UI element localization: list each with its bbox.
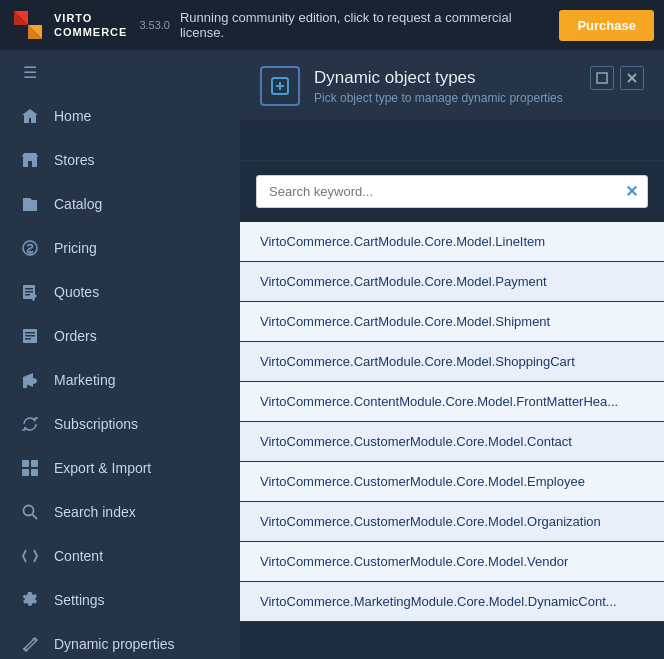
logo-text-area: VIRTO COMMERCE [54, 11, 127, 40]
sidebar-item-export-import[interactable]: Export & Import [0, 446, 240, 490]
logo-area: VIRTO COMMERCE 3.53.0 [10, 7, 170, 43]
list-item[interactable]: VirtoCommerce.ContentModule.Core.Model.F… [240, 382, 664, 422]
list-item[interactable]: VirtoCommerce.CustomerModule.Core.Model.… [240, 502, 664, 542]
sidebar-item-quotes[interactable]: Quotes [0, 270, 240, 314]
toolbar [240, 121, 664, 161]
modal-controls [590, 66, 644, 90]
list-item[interactable]: VirtoCommerce.CartModule.Core.Model.Paym… [240, 262, 664, 302]
sidebar-label-export-import: Export & Import [54, 460, 151, 476]
svg-rect-15 [23, 383, 27, 388]
search-box: ✕ [256, 175, 648, 208]
svg-rect-13 [25, 335, 35, 337]
sidebar-label-content: Content [54, 548, 103, 564]
sidebar-label-marketing: Marketing [54, 372, 115, 388]
dynamic-properties-icon [20, 634, 40, 654]
modal-subtitle: Pick object type to manage dynamic prope… [314, 91, 563, 105]
sidebar-item-menu[interactable]: ☰ [0, 50, 240, 94]
modal-header-left: Dynamic object types Pick object type to… [260, 66, 563, 106]
object-types-list: VirtoCommerce.CartModule.Core.Model.Line… [240, 222, 664, 659]
sidebar-item-stores[interactable]: Stores [0, 138, 240, 182]
sidebar: ☰ Home Stores [0, 50, 240, 659]
version-badge: 3.53.0 [139, 19, 170, 31]
logo-name2: COMMERCE [54, 25, 127, 39]
search-area: ✕ [240, 161, 664, 222]
sidebar-item-subscriptions[interactable]: Subscriptions [0, 402, 240, 446]
settings-icon [20, 590, 40, 610]
sidebar-label-settings: Settings [54, 592, 105, 608]
logo-name: VIRTO [54, 11, 127, 25]
sidebar-label-catalog: Catalog [54, 196, 102, 212]
orders-icon [20, 326, 40, 346]
sidebar-label-search-index: Search index [54, 504, 136, 520]
home-icon [20, 106, 40, 126]
catalog-icon [20, 194, 40, 214]
sidebar-item-search-index[interactable]: Search index [0, 490, 240, 534]
quotes-icon [20, 282, 40, 302]
svg-rect-12 [25, 332, 35, 334]
sidebar-label-quotes: Quotes [54, 284, 99, 300]
svg-rect-25 [597, 73, 607, 83]
top-bar: VIRTO COMMERCE 3.53.0 Running community … [0, 0, 664, 50]
marketing-icon [20, 370, 40, 390]
modal-maximize-button[interactable] [590, 66, 614, 90]
search-input[interactable] [256, 175, 648, 208]
main-layout: ☰ Home Stores [0, 50, 664, 659]
sidebar-item-marketing[interactable]: Marketing [0, 358, 240, 402]
sidebar-label-subscriptions: Subscriptions [54, 416, 138, 432]
pricing-icon [20, 238, 40, 258]
sidebar-item-home[interactable]: Home [0, 94, 240, 138]
svg-rect-10 [25, 294, 30, 296]
modal-type-icon [260, 66, 300, 106]
svg-line-21 [33, 515, 38, 520]
virto-logo-icon [10, 7, 46, 43]
sidebar-item-orders[interactable]: Orders [0, 314, 240, 358]
sidebar-item-dynamic-properties[interactable]: Dynamic properties [0, 622, 240, 659]
svg-rect-14 [25, 338, 31, 340]
search-clear-button[interactable]: ✕ [625, 182, 638, 201]
sidebar-label-pricing: Pricing [54, 240, 97, 256]
menu-icon: ☰ [20, 62, 40, 82]
list-item[interactable]: VirtoCommerce.CustomerModule.Core.Model.… [240, 462, 664, 502]
subscriptions-icon [20, 414, 40, 434]
modal-title-area: Dynamic object types Pick object type to… [314, 68, 563, 105]
modal-close-button[interactable] [620, 66, 644, 90]
content-area: Dynamic object types Pick object type to… [240, 50, 664, 659]
list-item[interactable]: VirtoCommerce.MarketingModule.Core.Model… [240, 582, 664, 622]
svg-rect-19 [31, 469, 38, 476]
stores-icon [20, 150, 40, 170]
svg-rect-17 [31, 460, 38, 467]
svg-rect-18 [22, 469, 29, 476]
sidebar-label-dynamic-properties: Dynamic properties [54, 636, 175, 652]
list-item[interactable]: VirtoCommerce.CartModule.Core.Model.Shop… [240, 342, 664, 382]
sidebar-label-home: Home [54, 108, 91, 124]
notice-text: Running community edition, click to requ… [180, 10, 549, 40]
search-index-icon [20, 502, 40, 522]
purchase-button[interactable]: Purchase [559, 10, 654, 41]
list-item[interactable]: VirtoCommerce.CartModule.Core.Model.Line… [240, 222, 664, 262]
svg-rect-9 [25, 291, 33, 293]
svg-rect-16 [22, 460, 29, 467]
sidebar-label-stores: Stores [54, 152, 94, 168]
sidebar-item-catalog[interactable]: Catalog [0, 182, 240, 226]
sidebar-item-content[interactable]: Content [0, 534, 240, 578]
sidebar-item-pricing[interactable]: Pricing [0, 226, 240, 270]
list-item[interactable]: VirtoCommerce.CustomerModule.Core.Model.… [240, 542, 664, 582]
svg-rect-5 [28, 161, 32, 167]
content-icon [20, 546, 40, 566]
sidebar-item-settings[interactable]: Settings [0, 578, 240, 622]
export-import-icon [20, 458, 40, 478]
list-item[interactable]: VirtoCommerce.CustomerModule.Core.Model.… [240, 422, 664, 462]
svg-point-20 [24, 506, 34, 516]
sidebar-label-orders: Orders [54, 328, 97, 344]
modal-header: Dynamic object types Pick object type to… [240, 50, 664, 121]
list-item[interactable]: VirtoCommerce.CartModule.Core.Model.Ship… [240, 302, 664, 342]
modal-title: Dynamic object types [314, 68, 563, 88]
svg-rect-8 [25, 288, 33, 290]
